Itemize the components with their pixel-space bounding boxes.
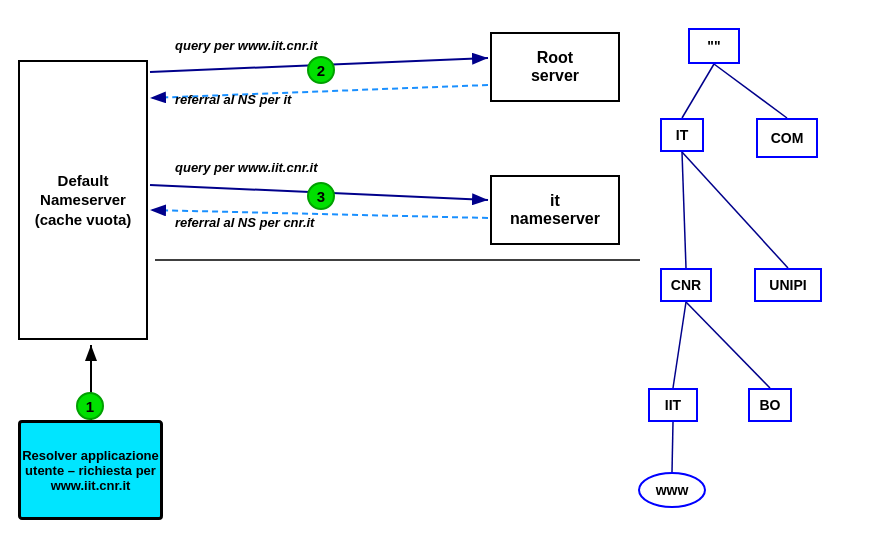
query-label-2: query per www.iit.cnr.it (175, 160, 318, 175)
tree-node-root: "" (688, 28, 740, 64)
tree-node-unipi: UNIPI (754, 268, 822, 302)
referral-label-1: referral al NS per it (175, 92, 291, 107)
tree-node-com: COM (756, 118, 818, 158)
svg-line-11 (682, 152, 788, 268)
svg-line-10 (682, 152, 686, 268)
query-label-1: query per www.iit.cnr.it (175, 38, 318, 53)
tree-node-cnr: CNR (660, 268, 712, 302)
tree-node-bo: BO (748, 388, 792, 422)
root-server-box: Rootserver (490, 32, 620, 102)
circle-2: 2 (307, 56, 335, 84)
svg-line-8 (682, 64, 714, 118)
resolver-box: Resolver applicazioneutente – richiesta … (18, 420, 163, 520)
it-nameserver-box: itnameserver (490, 175, 620, 245)
dns-label: Default Nameserver (cache vuota) (20, 171, 146, 230)
it-ns-label: itnameserver (510, 192, 600, 228)
circle-3: 3 (307, 182, 335, 210)
root-server-label: Rootserver (531, 49, 579, 85)
default-nameserver-box: Default Nameserver (cache vuota) (18, 60, 148, 340)
resolver-label: Resolver applicazioneutente – richiesta … (22, 448, 159, 493)
referral-label-2: referral al NS per cnr.it (175, 215, 314, 230)
svg-line-13 (686, 302, 770, 388)
tree-node-www: www (638, 472, 706, 508)
circle-1: 1 (76, 392, 104, 420)
svg-line-14 (672, 422, 673, 472)
tree-node-iit: IIT (648, 388, 698, 422)
svg-line-12 (673, 302, 686, 388)
tree-node-it: IT (660, 118, 704, 152)
svg-line-9 (714, 64, 787, 118)
